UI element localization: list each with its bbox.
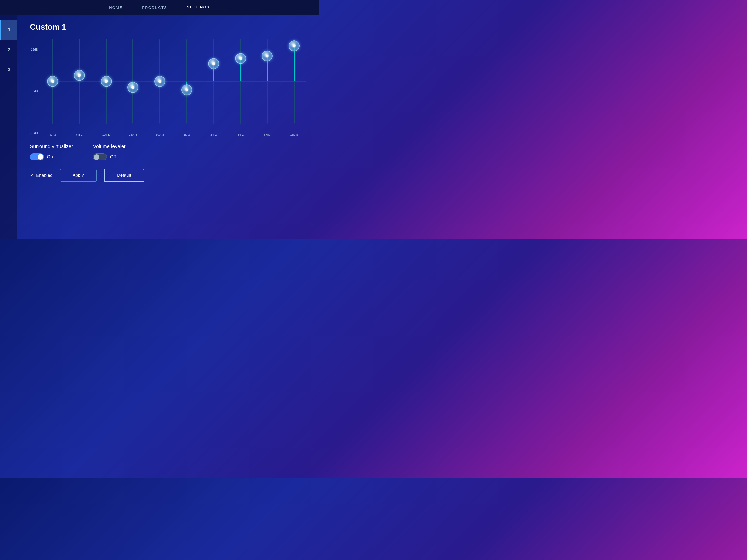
slider-track-area-8kHz (255, 36, 279, 131)
controls-row: Surround virtualizer On Volume leveler O… (30, 143, 306, 160)
surround-virtualizer-group: Surround virtualizer On (30, 143, 73, 160)
volume-leveler-label: Volume leveler (93, 143, 126, 149)
freq-label-16kHz: 16kHz (290, 133, 298, 136)
freq-label-8kHz: 8kHz (264, 133, 271, 136)
slider-track-area-16kHz (282, 36, 306, 131)
freq-label-250Hz: 250Hz (129, 133, 137, 136)
slider-col-16kHz: 16kHz (282, 36, 306, 136)
surround-virtualizer-toggle[interactable] (30, 153, 44, 160)
slider-track-area-4kHz (228, 36, 253, 131)
sidebar-item-3[interactable]: 3 (0, 60, 18, 80)
bottom-row: ✓ Enabled Apply Default (30, 169, 306, 182)
slider-col-4kHz: 4kHz (228, 36, 253, 136)
slider-thumb-16kHz[interactable] (289, 40, 300, 51)
slider-track-4kHz[interactable] (240, 39, 241, 124)
db-label-neg12: -12dB (30, 131, 38, 135)
volume-leveler-knob (94, 154, 99, 160)
surround-virtualizer-label: Surround virtualizer (30, 143, 73, 149)
slider-thumb-32Hz[interactable] (47, 76, 58, 87)
slider-col-250Hz: 250Hz (121, 36, 145, 136)
slider-track-area-1kHz (175, 36, 199, 131)
surround-virtualizer-state: On (47, 154, 53, 160)
slider-col-32Hz: 32Hz (40, 36, 65, 136)
slider-track-area-250Hz (121, 36, 145, 131)
db-labels: 12dB 0dB -12dB (30, 47, 38, 136)
surround-virtualizer-toggle-row: On (30, 153, 73, 160)
slider-thumb-250Hz[interactable] (128, 82, 138, 93)
slider-track-32Hz[interactable] (52, 39, 53, 124)
slider-track-area-125Hz (94, 36, 119, 131)
slider-track-16kHz[interactable] (293, 39, 294, 124)
slider-col-125Hz: 125Hz (94, 36, 119, 136)
volume-leveler-toggle[interactable] (93, 153, 107, 160)
slider-col-1kHz: 1kHz (175, 36, 199, 136)
enabled-check: ✓ Enabled (30, 173, 53, 178)
slider-thumb-1kHz[interactable] (181, 84, 192, 95)
sidebar: 1 2 3 (0, 15, 18, 239)
slider-track-2kHz[interactable] (213, 39, 214, 124)
check-icon: ✓ (30, 173, 34, 178)
slider-col-64Hz: 64Hz (67, 36, 92, 136)
slider-track-250Hz[interactable] (132, 39, 133, 124)
top-nav: HOME PRODUCTS SETTINGS (0, 0, 319, 15)
slider-thumb-4kHz[interactable] (235, 53, 246, 64)
sidebar-item-2[interactable]: 2 (0, 40, 18, 60)
enabled-label: Enabled (36, 173, 53, 178)
freq-label-2kHz: 2kHz (210, 133, 216, 136)
freq-label-1kHz: 1kHz (183, 133, 190, 136)
eq-container: 12dB 0dB -12dB 32Hz64Hz125Hz250Hz500Hz1k… (30, 36, 306, 136)
freq-label-64Hz: 64Hz (76, 133, 83, 136)
slider-col-8kHz: 8kHz (255, 36, 279, 136)
freq-label-125Hz: 125Hz (102, 133, 110, 136)
slider-track-1kHz[interactable] (186, 39, 187, 124)
sidebar-item-1[interactable]: 1 (0, 20, 18, 40)
slider-track-125Hz[interactable] (106, 39, 107, 124)
slider-thumb-2kHz[interactable] (208, 58, 219, 69)
slider-thumb-500Hz[interactable] (154, 76, 165, 87)
slider-track-area-2kHz (202, 36, 226, 131)
apply-button[interactable]: Apply (60, 169, 97, 182)
slider-thumb-8kHz[interactable] (262, 51, 273, 61)
default-button[interactable]: Default (104, 169, 144, 182)
sliders-area: 32Hz64Hz125Hz250Hz500Hz1kHz2kHz4kHz8kHz1… (40, 36, 306, 136)
page-title: Custom 1 (30, 22, 306, 32)
freq-label-500Hz: 500Hz (156, 133, 164, 136)
slider-thumb-125Hz[interactable] (101, 76, 112, 87)
slider-thumb-64Hz[interactable] (74, 70, 85, 81)
nav-settings[interactable]: SETTINGS (187, 5, 210, 10)
volume-leveler-group: Volume leveler Off (93, 143, 126, 160)
volume-leveler-toggle-row: Off (93, 153, 126, 160)
slider-track-area-32Hz (40, 36, 65, 131)
freq-label-4kHz: 4kHz (237, 133, 243, 136)
slider-track-64Hz[interactable] (79, 39, 80, 124)
db-label-0: 0dB (30, 89, 38, 93)
nav-products[interactable]: PRODUCTS (142, 5, 167, 10)
main-content: Custom 1 12dB 0dB -12dB 32Hz64Hz125Hz250… (18, 15, 319, 239)
nav-home[interactable]: HOME (109, 5, 122, 10)
slider-col-500Hz: 500Hz (148, 36, 172, 136)
slider-track-area-500Hz (148, 36, 172, 131)
db-label-12: 12dB (30, 48, 38, 51)
freq-label-32Hz: 32Hz (49, 133, 56, 136)
slider-track-8kHz[interactable] (267, 39, 268, 124)
volume-leveler-state: Off (110, 154, 116, 160)
surround-virtualizer-knob (37, 154, 43, 160)
slider-track-area-64Hz (67, 36, 92, 131)
slider-col-2kHz: 2kHz (202, 36, 226, 136)
slider-track-500Hz[interactable] (159, 39, 160, 124)
